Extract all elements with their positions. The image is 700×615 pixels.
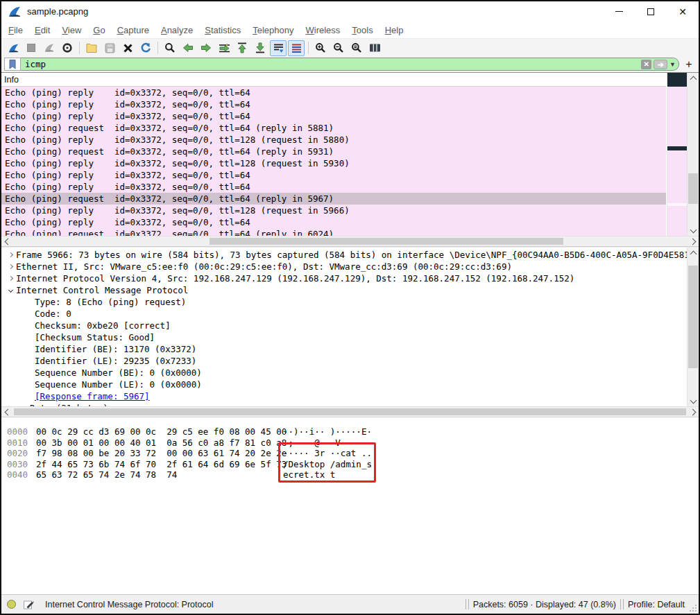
scroll-up-arrow[interactable] xyxy=(688,249,699,259)
reload-file-icon[interactable] xyxy=(137,40,154,56)
resize-columns-icon[interactable] xyxy=(366,40,383,56)
close-button[interactable]: ✕ xyxy=(667,1,699,21)
stop-capture-icon[interactable] xyxy=(23,40,40,56)
scroll-up-arrow[interactable] xyxy=(688,74,699,84)
packet-row[interactable]: Echo (ping) reply id=0x3372, seq=0/0, tt… xyxy=(1,110,666,122)
menu-analyze[interactable]: Analyze xyxy=(161,25,193,35)
open-file-icon[interactable] xyxy=(83,40,100,56)
zoom-original-icon[interactable] xyxy=(348,40,365,56)
filter-add-button[interactable]: + xyxy=(682,58,696,71)
hscroll-thumb[interactable] xyxy=(210,238,563,245)
find-packet-icon[interactable] xyxy=(162,40,178,56)
menu-statistics[interactable]: Statistics xyxy=(205,25,241,35)
scroll-left-arrow[interactable] xyxy=(3,236,12,246)
menu-capture[interactable]: Capture xyxy=(117,25,149,35)
scroll-right-arrow[interactable] xyxy=(688,236,697,246)
detail-icmp-seq-be[interactable]: Sequence Number (BE): 0 (0x0000) xyxy=(1,367,687,379)
packet-row[interactable]: Echo (ping) reply id=0x3372, seq=0/0, tt… xyxy=(1,216,666,228)
filter-clear-button[interactable]: ✕ xyxy=(641,60,651,69)
maximize-icon xyxy=(647,8,654,15)
filter-dropdown-button[interactable]: ▼ xyxy=(669,61,676,68)
toolbar-separator xyxy=(79,42,80,54)
zoom-in-icon[interactable] xyxy=(312,40,329,56)
go-forward-icon[interactable] xyxy=(198,40,214,56)
menu-view[interactable]: View xyxy=(62,25,81,35)
expander-collapsed-icon[interactable] xyxy=(5,265,16,268)
menu-telephony[interactable]: Telephony xyxy=(253,25,293,35)
start-capture-icon[interactable] xyxy=(5,40,22,56)
detail-frame[interactable]: Frame 5966: 73 bytes on wire (584 bits),… xyxy=(1,249,687,261)
expander-collapsed-icon[interactable] xyxy=(5,253,16,257)
scroll-down-arrow[interactable] xyxy=(688,395,699,405)
detail-icmp-identifier-be[interactable]: Identifier (BE): 13170 (0x3372) xyxy=(1,343,687,355)
detail-icmp-code[interactable]: Code: 0 xyxy=(1,308,687,320)
detail-ethernet[interactable]: Ethernet II, Src: VMware_c5:ee:f0 (00:0c… xyxy=(1,261,687,272)
packet-row[interactable]: Echo (ping) request id=0x3372, seq=0/0, … xyxy=(1,122,666,134)
detail-response-frame-link[interactable]: [Response frame: 5967] xyxy=(1,390,687,402)
zoom-out-icon[interactable] xyxy=(330,40,347,56)
go-to-top-icon[interactable] xyxy=(234,40,250,56)
packet-row[interactable]: Echo (ping) reply id=0x3372, seq=0/0, tt… xyxy=(1,98,666,110)
resize-grip[interactable] xyxy=(689,604,697,612)
hex-row[interactable]: 004065 63 72 65 74 2e 74 78 74ecret.tx t xyxy=(1,469,699,480)
maximize-button[interactable] xyxy=(635,1,667,21)
display-filter-input[interactable]: icmp ✕ ➜ ▼ xyxy=(21,58,679,71)
detail-icmp-identifier-le[interactable]: Identifier (LE): 29235 (0x7233) xyxy=(1,355,687,367)
detail-icmp[interactable]: Internet Control Message Protocol xyxy=(1,284,687,296)
detail-icmp-seq-le[interactable]: Sequence Number (LE): 0 (0x0000) xyxy=(1,379,687,390)
hex-row[interactable]: 0020f7 98 08 00 be 20 33 72 00 00 63 61 … xyxy=(1,448,699,459)
colorize-icon[interactable] xyxy=(288,40,305,56)
packet-list-hscrollbar[interactable] xyxy=(1,236,699,246)
menu-go[interactable]: Go xyxy=(93,25,105,35)
hex-row[interactable]: 000000 0c 29 cc d3 69 00 0c 29 c5 ee f0 … xyxy=(1,426,699,438)
expander-expanded-icon[interactable] xyxy=(5,288,16,292)
detail-icmp-checksum[interactable]: Checksum: 0xbe20 [correct] xyxy=(1,320,687,331)
detail-icmp-type[interactable]: Type: 8 (Echo (ping) request) xyxy=(1,296,687,308)
go-back-icon[interactable] xyxy=(180,40,196,56)
packet-row[interactable]: Echo (ping) request id=0x3372, seq=0/0, … xyxy=(1,146,666,157)
auto-scroll-icon[interactable] xyxy=(270,40,287,56)
menu-help[interactable]: Help xyxy=(385,25,404,35)
packet-row[interactable]: Echo (ping) reply id=0x3372, seq=0/0, tt… xyxy=(1,205,666,216)
menu-edit[interactable]: Edit xyxy=(35,25,50,35)
go-to-packet-icon[interactable] xyxy=(216,40,232,56)
vscroll-thumb[interactable] xyxy=(688,266,698,368)
scroll-right-arrow[interactable] xyxy=(688,407,697,417)
expander-collapsed-icon[interactable] xyxy=(5,277,16,280)
scroll-left-arrow[interactable] xyxy=(3,407,12,417)
hscroll-thumb[interactable] xyxy=(14,408,686,415)
detail-ipv4[interactable]: Internet Protocol Version 4, Src: 192.16… xyxy=(1,272,687,284)
main-toolbar xyxy=(1,38,699,57)
menu-file[interactable]: File xyxy=(8,25,23,35)
expert-info-icon[interactable] xyxy=(7,600,16,609)
packet-row[interactable]: Echo (ping) request id=0x3372, seq=0/0, … xyxy=(1,228,666,236)
detail-icmp-checksum-status[interactable]: [Checksum Status: Good] xyxy=(1,331,687,343)
details-vscrollbar[interactable] xyxy=(687,248,699,406)
packet-row[interactable]: Echo (ping) reply id=0x3372, seq=0/0, tt… xyxy=(1,181,666,193)
minimize-button[interactable] xyxy=(603,1,635,21)
packet-row[interactable]: Echo (ping) reply id=0x3372, seq=0/0, tt… xyxy=(1,134,666,146)
close-file-icon[interactable] xyxy=(119,40,136,56)
packet-row-selected[interactable]: Echo (ping) request id=0x3372, seq=0/0, … xyxy=(1,193,666,205)
menu-wireless[interactable]: Wireless xyxy=(306,25,341,35)
filter-bookmark-button[interactable] xyxy=(4,58,21,71)
hex-row[interactable]: 001000 3b 00 01 00 00 40 01 0a 56 c0 a8 … xyxy=(1,438,699,449)
filter-apply-button[interactable]: ➜ xyxy=(654,60,667,69)
details-hscrollbar[interactable] xyxy=(1,406,699,417)
scroll-down-arrow[interactable] xyxy=(688,225,699,234)
save-file-icon[interactable] xyxy=(101,40,118,56)
packet-list-minimap[interactable] xyxy=(667,73,687,236)
restart-capture-icon[interactable] xyxy=(41,40,58,56)
capture-options-icon[interactable] xyxy=(59,40,76,56)
packet-list-vscrollbar[interactable] xyxy=(687,73,699,236)
hex-row[interactable]: 00302f 44 65 73 6b 74 6f 70 2f 61 64 6d … xyxy=(1,459,699,470)
vscroll-thumb[interactable] xyxy=(688,173,698,204)
column-header-info[interactable]: Info xyxy=(1,73,666,87)
menu-tools[interactable]: Tools xyxy=(352,25,373,35)
packet-row[interactable]: Echo (ping) reply id=0x3372, seq=0/0, tt… xyxy=(1,157,666,169)
packet-row[interactable]: Echo (ping) reply id=0x3372, seq=0/0, tt… xyxy=(1,169,666,181)
packet-row[interactable]: Echo (ping) reply id=0x3372, seq=0/0, tt… xyxy=(1,87,666,98)
capture-comment-icon[interactable] xyxy=(23,599,34,610)
go-to-bottom-icon[interactable] xyxy=(252,40,268,56)
profile-label[interactable]: Profile: Default xyxy=(628,600,685,609)
